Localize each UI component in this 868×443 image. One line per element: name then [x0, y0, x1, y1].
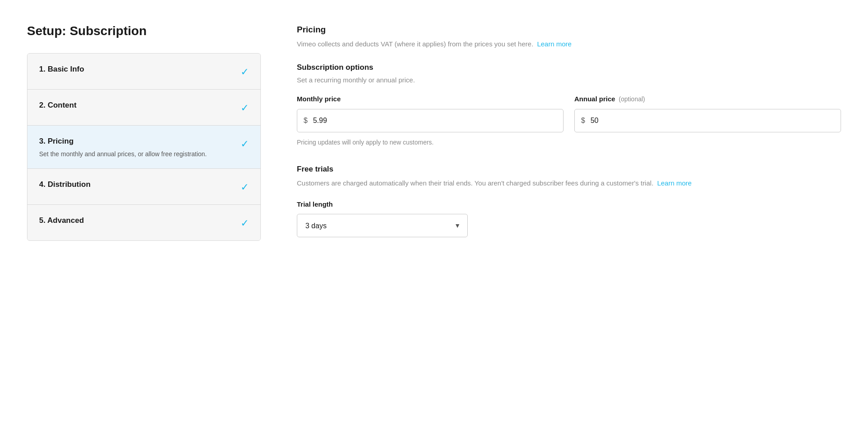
annual-price-optional-text: (optional) [619, 95, 645, 104]
subscription-options-subtitle: Set a recurring monthly or annual price. [297, 75, 841, 86]
annual-price-input-wrapper: $ [574, 109, 841, 132]
monthly-price-label-text: Monthly price [297, 94, 341, 104]
pricing-header: Pricing Vimeo collects and deducts VAT (… [297, 23, 841, 49]
steps-container: 1. Basic Info ✓ 2. Content ✓ 3. Pricing … [27, 53, 261, 241]
monthly-price-input-wrapper: $ [297, 109, 564, 132]
monthly-currency-symbol: $ [304, 115, 308, 126]
annual-price-label-text: Annual price [574, 94, 615, 104]
trial-length-label: Trial length [297, 199, 841, 210]
check-icon-distribution: ✓ [241, 180, 249, 194]
monthly-price-label: Monthly price [297, 94, 564, 104]
step-title-distribution: 4. Distribution [39, 179, 233, 190]
annual-price-label: Annual price (optional) [574, 94, 841, 104]
check-icon-pricing: ✓ [241, 136, 249, 151]
pricing-subtitle: Vimeo collects and deducts VAT (where it… [297, 39, 841, 50]
step-item-basic-info[interactable]: 1. Basic Info ✓ [27, 54, 260, 90]
left-column: Setup: Subscription 1. Basic Info ✓ 2. C… [27, 22, 261, 421]
step-content-content: 2. Content [39, 99, 233, 111]
price-fields: Monthly price $ Annual price (optional) … [297, 94, 841, 132]
free-trials-desc: Customers are charged automatically when… [297, 178, 841, 189]
step-item-content[interactable]: 2. Content ✓ [27, 90, 260, 126]
check-icon-advanced: ✓ [241, 216, 249, 231]
subscription-options-title: Subscription options [297, 62, 841, 73]
pricing-learn-more-link[interactable]: Learn more [537, 40, 572, 48]
right-column: Pricing Vimeo collects and deducts VAT (… [297, 22, 841, 421]
pricing-note: Pricing updates will only apply to new c… [297, 138, 841, 147]
check-icon-content: ✓ [241, 100, 249, 115]
step-description-pricing: Set the monthly and annual prices, or al… [39, 150, 233, 159]
free-trials-section: Free trials Customers are charged automa… [297, 163, 841, 238]
step-content-advanced: 5. Advanced [39, 215, 233, 226]
page-title: Setup: Subscription [27, 22, 261, 41]
subscription-options-section: Subscription options Set a recurring mon… [297, 62, 841, 147]
step-content-basic-info: 1. Basic Info [39, 63, 233, 75]
step-item-distribution[interactable]: 4. Distribution ✓ [27, 169, 260, 205]
step-title-content: 2. Content [39, 99, 233, 111]
pricing-title: Pricing [297, 23, 841, 36]
step-title-pricing: 3. Pricing [39, 136, 233, 147]
free-trials-learn-more-link[interactable]: Learn more [657, 179, 692, 187]
free-trials-title: Free trials [297, 163, 841, 175]
annual-currency-symbol: $ [581, 115, 585, 126]
step-title-basic-info: 1. Basic Info [39, 63, 233, 75]
step-item-pricing[interactable]: 3. Pricing Set the monthly and annual pr… [27, 126, 260, 169]
trial-select-wrapper: No trial 3 days 7 days 14 days 30 days ▼ [297, 214, 468, 237]
step-content-pricing: 3. Pricing Set the monthly and annual pr… [39, 136, 233, 158]
trial-length-select[interactable]: No trial 3 days 7 days 14 days 30 days [297, 214, 468, 237]
monthly-price-input[interactable] [313, 117, 557, 125]
annual-price-input[interactable] [591, 117, 834, 125]
step-title-advanced: 5. Advanced [39, 215, 233, 226]
step-content-distribution: 4. Distribution [39, 179, 233, 190]
page-container: Setup: Subscription 1. Basic Info ✓ 2. C… [0, 0, 868, 443]
pricing-subtitle-text: Vimeo collects and deducts VAT (where it… [297, 40, 533, 48]
monthly-price-group: Monthly price $ [297, 94, 564, 132]
step-item-advanced[interactable]: 5. Advanced ✓ [27, 205, 260, 240]
annual-price-group: Annual price (optional) $ [574, 94, 841, 132]
check-icon-basic-info: ✓ [241, 64, 249, 79]
free-trials-desc-text: Customers are charged automatically when… [297, 179, 653, 187]
